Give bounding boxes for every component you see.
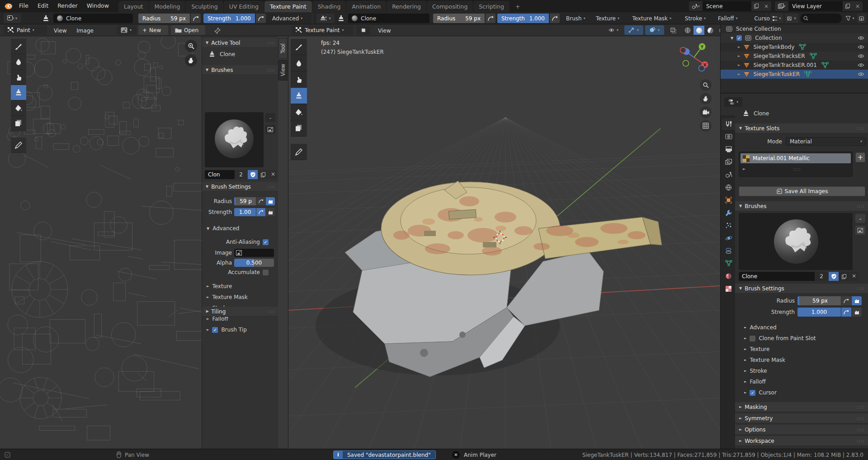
view-layer-selector[interactable]: ▾ View Layer ×	[775, 1, 863, 11]
viewport-zoom-button[interactable]	[700, 79, 712, 91]
workspace-tab-compositing[interactable]: Compositing	[427, 1, 473, 13]
open-image-button[interactable]: Open	[171, 25, 205, 35]
subpanel-texture-mask[interactable]: ►Texture Mask	[207, 294, 248, 300]
eye-icon[interactable]	[858, 72, 864, 76]
sidebar-tab-view[interactable]: View	[278, 60, 288, 81]
texture-slot-item-selected[interactable]: Material.001 Metallic	[741, 153, 851, 163]
strength-pressure-icon[interactable]	[841, 308, 851, 317]
viewport-perspective-toggle[interactable]	[700, 120, 712, 132]
image-tool-annotate-icon[interactable]	[11, 138, 26, 153]
scene-copy-button[interactable]	[751, 1, 761, 11]
shading-material-button[interactable]	[705, 26, 716, 35]
axis-navigation-gizmo[interactable]: Y X	[676, 40, 712, 75]
show-gizmo-dropdown[interactable]: ▾	[604, 25, 623, 35]
workspace-tab-modeling[interactable]: Modeling	[149, 1, 186, 13]
brush-delete-button[interactable]: ×	[269, 170, 278, 179]
menu-edit[interactable]: Edit	[33, 0, 53, 11]
workspace-tab-uv-editing[interactable]: UV Editing	[224, 1, 264, 13]
props-subpanel-falloff[interactable]: ►Falloff	[744, 379, 766, 385]
visibility-eye-icon[interactable]	[858, 63, 864, 67]
accumulate-checkbox[interactable]	[263, 270, 269, 275]
props-subpanel-clone-from-paint-slot[interactable]: ►Clone from Paint Slot	[744, 335, 816, 341]
expand-caret[interactable]: ►	[738, 54, 740, 58]
eye-icon[interactable]	[858, 36, 864, 40]
brush-user-count[interactable]: 2	[815, 272, 828, 281]
viewport-camera-button[interactable]	[700, 106, 712, 118]
scene-unlink-button[interactable]: ×	[761, 1, 771, 11]
radius-pressure-icon[interactable]	[256, 197, 265, 205]
shading-solid-button[interactable]	[693, 26, 704, 35]
viewport-tool-fill-button[interactable]	[291, 104, 307, 120]
view-layer-icon[interactable]: ▾	[775, 1, 788, 11]
image-tool-clone-button[interactable]	[11, 85, 26, 100]
strength-slider[interactable]: 1.000	[797, 308, 841, 317]
props-subpanel-advanced[interactable]: ►Advanced	[744, 324, 777, 331]
outliner-row-collection[interactable]: ▼ ✓ Collection	[721, 33, 868, 43]
radius-slider[interactable]: 59 p	[234, 197, 256, 205]
viewport-paint-mask-icon[interactable]	[357, 25, 370, 35]
view3d-texture-mask-dropdown[interactable]: Texture Mask▾	[629, 14, 674, 23]
visibility-eye-icon[interactable]	[858, 72, 864, 76]
panel-header-symmetry[interactable]: ►Symmetry::::	[735, 413, 868, 423]
pan-overlay-button[interactable]	[185, 54, 197, 66]
brush-name-field[interactable]: Clon	[205, 170, 235, 179]
outliner-row-siegetanktrackser-001[interactable]: ► SiegeTankTracksER.001	[721, 61, 868, 70]
menu-viewport-view[interactable]: View	[374, 25, 395, 36]
brush-delete-button[interactable]: ×	[849, 272, 859, 281]
props-subpanel-cursor[interactable]: ►✓Cursor	[744, 389, 777, 396]
fake-user-shield-button[interactable]	[248, 170, 258, 179]
strength-pressure-icon[interactable]	[256, 208, 265, 216]
view3d-tool-mode-dropdown[interactable]: ▾	[316, 14, 335, 23]
brush-image-button[interactable]	[265, 125, 275, 134]
image-strength-pressure-icon[interactable]	[256, 14, 266, 23]
expand-caret[interactable]: ►	[738, 72, 740, 76]
outliner-display-mode-dropdown[interactable]: ▾	[770, 14, 783, 23]
workspace-tab-layout[interactable]: Layout	[118, 1, 149, 13]
properties-tab-material-icon[interactable]	[722, 270, 735, 282]
properties-tab-physics-icon[interactable]	[722, 232, 735, 244]
viewport-tool-soften-button[interactable]	[291, 55, 307, 71]
viewport-pan-button[interactable]	[700, 93, 712, 104]
outliner-row-scene collection[interactable]: Scene Collection	[721, 24, 868, 33]
view3d-brush-dropdown[interactable]: Brush▾	[563, 14, 588, 23]
workspace-tab-shading[interactable]: Shading	[312, 1, 346, 13]
brushes-panel-header-props[interactable]: ▼Brushes::::	[735, 201, 868, 211]
add-texture-slot-button[interactable]: +	[855, 152, 865, 162]
add-workspace-button[interactable]: +	[510, 1, 525, 13]
props-subpanel-texture-mask[interactable]: ►Texture Mask	[744, 357, 785, 363]
properties-tab-scene-icon[interactable]	[722, 169, 735, 180]
workspace-tab-sculpting[interactable]: Sculpting	[186, 1, 223, 13]
view-layer-name-field[interactable]: View Layer	[788, 1, 843, 11]
menu-view[interactable]: View	[50, 25, 71, 36]
properties-tab-render-icon[interactable]	[722, 131, 735, 142]
view3d-falloff-dropdown[interactable]: Falloff▾	[715, 14, 740, 23]
visibility-eye-icon[interactable]	[858, 45, 864, 49]
saved-report[interactable]: i Saved "devastatorpaint.blend"	[333, 451, 436, 459]
view3d-radius-slider[interactable]: Radius59 px	[433, 14, 485, 23]
texture-slots-panel-header[interactable]: ▼Texture Slots::::	[735, 123, 868, 133]
properties-tab-object-data-icon[interactable]	[722, 257, 735, 269]
menu-window[interactable]: Window	[82, 0, 113, 11]
viewport-mode-dropdown[interactable]: Texture Paint▾	[292, 25, 353, 35]
overlays-dropdown[interactable]: ▾	[645, 25, 664, 35]
radius-texture-toggle-icon[interactable]	[266, 197, 275, 205]
workspace-tab-animation[interactable]: Animation	[346, 1, 386, 13]
alpha-slider[interactable]: 0.500	[234, 259, 274, 267]
expand-caret[interactable]: ►	[738, 45, 740, 49]
view3d-stroke-dropdown[interactable]: Stroke▾	[682, 14, 708, 23]
viewport-tool-mask-button[interactable]	[291, 120, 307, 137]
outliner-row-siegetankbody[interactable]: ► SiegeTankBody	[721, 43, 868, 52]
brush-user-count[interactable]: 2	[235, 170, 247, 179]
visibility-eye-icon[interactable]	[858, 54, 864, 58]
properties-tab-texture-icon[interactable]	[722, 283, 735, 294]
panel-header-masking[interactable]: ►Masking::::	[735, 402, 868, 412]
subpanel-falloff[interactable]: ►Falloff	[207, 316, 228, 322]
brush-image-button-props[interactable]	[855, 226, 865, 235]
properties-tab-view-layer-icon[interactable]	[722, 156, 735, 168]
image-radius-slider[interactable]: Radius59 px	[138, 14, 190, 23]
properties-tab-modifiers-icon[interactable]	[722, 207, 735, 218]
brush-copy-button[interactable]	[258, 170, 268, 179]
outliner-filter-id-dropdown[interactable]: ▾	[785, 14, 798, 23]
clone-from-paint-slot-checkbox[interactable]	[750, 336, 755, 341]
eye-icon[interactable]	[858, 54, 864, 58]
